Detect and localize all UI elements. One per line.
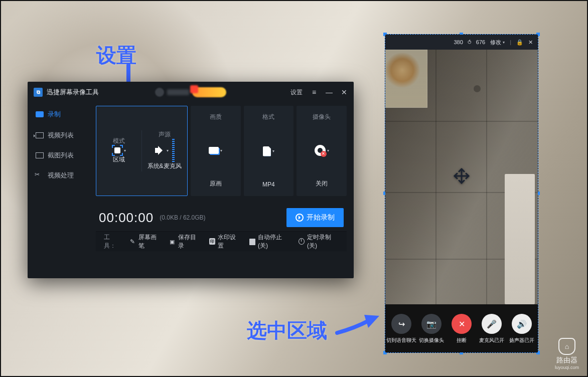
control-mic[interactable]: 🎤 麦克风已开 [477,314,506,344]
control-speaker[interactable]: 🔊 扬声器已开 [507,314,536,344]
start-record-button[interactable]: 开始录制 [286,208,344,227]
control-switch-camera[interactable]: 📷 切换摄像头 [417,314,446,344]
camera-switch-icon: 📷 [421,314,442,334]
control-voice-chat[interactable]: ↪ 切到语音聊天 [387,314,416,344]
sidebar-item-label: 视频列表 [48,131,74,140]
sidebar-item-screenshot-list[interactable]: 截图列表 [28,146,93,165]
size-info: (0.0KB / 62.0GB) [160,214,205,221]
chevron-down-icon: ▾ [220,148,222,153]
stamp-icon: 印 [209,238,215,245]
tile-header: 画质 [210,113,222,121]
tile-value: 区域 [113,155,125,164]
control-hangup[interactable]: ✕ 挂断 [447,314,476,344]
mic-icon: 🎤 [482,314,502,334]
settings-link[interactable]: 设置 [290,88,303,97]
tile-header: 模式 [113,137,125,145]
sidebar-item-video-process[interactable]: 视频处理 [28,166,93,185]
camera-off-icon: ✕ [315,145,326,156]
tile-header: 格式 [262,113,274,121]
start-button-label: 开始录制 [307,213,335,222]
tile-value: 关闭 [316,179,328,188]
tile-header: 声源 [159,130,171,139]
call-controls: ↪ 切到语音聊天 📷 切换摄像头 ✕ 挂断 🎤 麦克风已开 🔊 扬声器已开 [385,304,538,352]
switch-audio-icon: ↪ [391,314,411,334]
chevron-down-icon: ▾ [503,40,505,45]
sidebar-item-label: 录制 [48,110,61,119]
tile-audio[interactable]: 声源 ▾ 系统&麦克风 [141,123,187,178]
site-watermark: ⌂ 路由器 luyouqi.com [555,338,579,370]
camcorder-icon [36,111,44,117]
timer-display: 00:00:00 [99,210,154,226]
chevron-down-icon: ▾ [272,149,274,153]
sidebar: 录制 视频列表 截图列表 视频处理 [28,103,93,278]
display-icon [209,147,219,154]
tile-mode[interactable]: 模式 ▾ 区域 [96,130,141,172]
minimize-button[interactable]: — [326,88,333,96]
clock-icon [299,238,305,245]
sidebar-item-record[interactable]: 录制 [28,105,93,125]
modify-dropdown[interactable]: 修改 ▾ [490,39,505,46]
close-button[interactable]: ✕ [341,88,348,96]
vu-meter-icon [172,139,175,162]
options-row: 模式 ▾ 区域 声源 ▾ [96,106,347,196]
region-height[interactable]: 676 [476,39,485,45]
tile-camera[interactable]: 摄像头 ✕ ▾ 关闭 [297,106,347,196]
app-title: 迅捷屏幕录像工具 [47,88,99,97]
watermark-icon: ⌂ [558,338,575,355]
tool-watermark[interactable]: 印水印设置 [209,233,240,250]
tile-value: MP4 [262,181,275,188]
annotation-arrow-selected [335,311,385,341]
annotation-selected-area: 选中区域 [247,317,327,344]
bottom-toolbar: 工具： 屏幕画笔 保存目录 印水印设置 自动停止(关) 定时录制(关) [96,231,347,251]
pen-icon [130,238,136,245]
capture-region[interactable]: 380 ⥀ 676 修改 ▾ | 🔒 ✕ ↪ 切到语音聊天 [385,34,538,353]
list-icon [36,132,44,138]
tile-value: 系统&麦克风 [148,162,182,170]
app-logo-icon: ⧉ [34,88,43,97]
folder-icon [170,238,176,245]
hangup-icon: ✕ [452,314,472,334]
close-region-button[interactable]: ✕ [528,39,533,46]
tool-auto-stop[interactable]: 自动停止(关) [249,233,289,250]
tool-save-dir[interactable]: 保存目录 [170,233,200,250]
region-icon [112,145,122,155]
toolbar-label: 工具： [104,233,121,250]
stop-icon [249,239,255,245]
chevron-down-icon: ▾ [124,148,126,153]
menu-icon[interactable]: ≡ [311,88,318,96]
username-blur [167,89,189,95]
tile-value: 原画 [210,179,222,188]
svg-marker-4 [364,315,379,328]
tile-format[interactable]: 格式 ▾ MP4 [244,106,294,196]
titlebar-user-blurred [155,87,226,97]
video-call-view [385,50,538,304]
sidebar-item-label: 视频处理 [48,171,74,180]
region-topbar: 380 ⥀ 676 修改 ▾ | 🔒 ✕ [385,35,538,50]
speaker-on-icon: 🔊 [512,314,532,334]
crop-icon [36,152,44,158]
tile-header: 摄像头 [313,113,331,121]
file-icon [263,146,271,156]
lock-icon[interactable]: 🔒 [516,39,523,46]
recorder-window: ⧉ 迅捷屏幕录像工具 设置 ≡ — ✕ 录制 视频列表 截图列表 [28,82,354,278]
tool-screen-pen[interactable]: 屏幕画笔 [130,233,161,250]
vip-pill-blur [192,87,226,97]
self-video-thumbnail[interactable] [385,50,427,108]
avatar-blur-icon [155,88,164,97]
tile-quality[interactable]: 画质 ▾ 原画 [191,106,241,196]
move-icon[interactable] [453,167,471,187]
speaker-icon [154,145,165,155]
background-door [505,174,535,304]
titlebar: ⧉ 迅捷屏幕录像工具 设置 ≡ — ✕ [28,82,354,103]
sidebar-item-video-list[interactable]: 视频列表 [28,126,93,145]
region-width[interactable]: 380 [454,39,463,45]
play-circle-icon [296,214,304,222]
chevron-down-icon: ▾ [327,148,329,153]
scissors-icon [36,172,44,178]
tool-scheduled[interactable]: 定时录制(关) [299,233,339,250]
tile-mode-audio-group: 模式 ▾ 区域 声源 ▾ [96,106,188,196]
sidebar-item-label: 截图列表 [48,151,74,160]
link-icon[interactable]: ⥀ [466,39,473,46]
